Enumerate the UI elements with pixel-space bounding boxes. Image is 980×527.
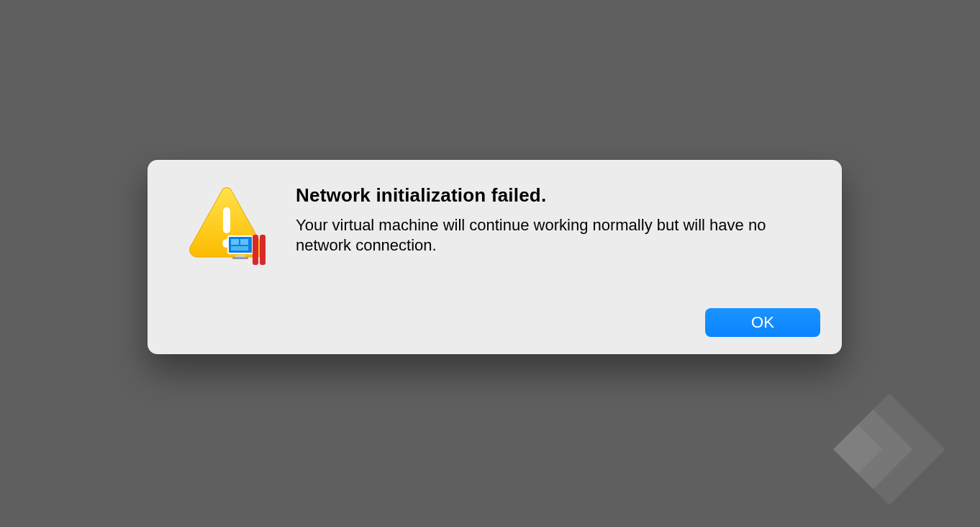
- dialog-message: Your virtual machine will continue worki…: [296, 215, 771, 256]
- svg-rect-8: [253, 235, 258, 265]
- dialog-title: Network initialization failed.: [296, 184, 820, 207]
- svg-rect-3: [231, 239, 239, 245]
- dialog-button-row: OK: [169, 308, 820, 337]
- svg-rect-4: [240, 239, 248, 245]
- error-dialog: Network initialization failed. Your virt…: [148, 160, 842, 354]
- watermark-icon: [808, 368, 971, 527]
- svg-rect-9: [260, 235, 266, 265]
- svg-rect-6: [235, 255, 245, 257]
- dialog-content-row: Network initialization failed. Your virt…: [169, 180, 820, 271]
- svg-rect-0: [223, 207, 230, 233]
- svg-rect-7: [232, 257, 248, 259]
- ok-button[interactable]: OK: [705, 308, 820, 337]
- svg-rect-5: [231, 246, 248, 251]
- dialog-text-content: Network initialization failed. Your virt…: [296, 180, 820, 256]
- warning-app-icon: [183, 184, 270, 271]
